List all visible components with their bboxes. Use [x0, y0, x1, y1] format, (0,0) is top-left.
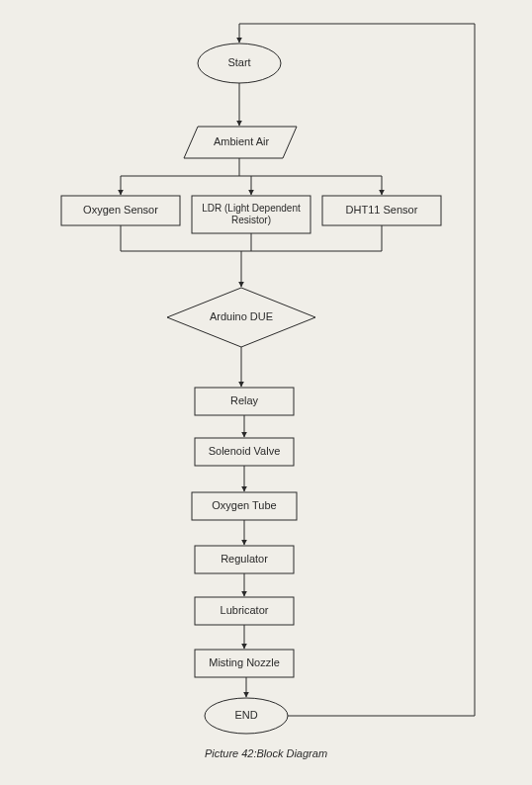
dht11-label: DHT11 Sensor: [346, 204, 418, 217]
ldr-label: LDR (Light Dependent Resistor): [202, 203, 301, 226]
flowchart-page: Start Ambient Air Oxygen Sensor LDR (Lig…: [0, 0, 532, 785]
oxygen-tube-label: Oxygen Tube: [212, 499, 276, 512]
start-label: Start: [227, 56, 250, 69]
end-label: END: [234, 709, 257, 722]
figure-caption: Picture 42:Block Diagram: [205, 747, 327, 759]
ambient-air-label: Ambient Air: [214, 135, 269, 148]
lubricator-label: Lubricator: [221, 604, 269, 617]
relay-label: Relay: [230, 394, 258, 407]
solenoid-label: Solenoid Valve: [209, 445, 281, 458]
arduino-label: Arduino DUE: [210, 310, 273, 323]
oxygen-sensor-label: Oxygen Sensor: [83, 204, 158, 217]
edge-end-loop: [239, 24, 475, 716]
misting-label: Misting Nozzle: [209, 656, 280, 669]
regulator-label: Regulator: [221, 553, 268, 566]
